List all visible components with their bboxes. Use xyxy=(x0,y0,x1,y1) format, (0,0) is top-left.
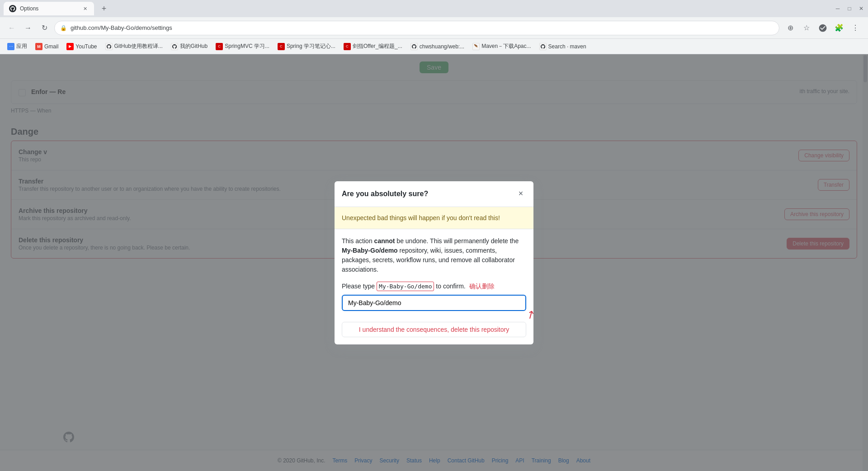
page-content: Save Enfor — Re ith traffic to your site… xyxy=(0,54,868,471)
page-inner: Save Enfor — Re ith traffic to your site… xyxy=(0,54,868,471)
close-button[interactable]: ✕ xyxy=(858,5,864,12)
address-text: github.com/My-Baby-Go/demo/settings xyxy=(71,24,172,31)
bookmark-github-use-label: GitHub使用教程译... xyxy=(114,42,163,50)
extension-icon[interactable]: 🧩 xyxy=(832,21,846,35)
tab-title: Options xyxy=(20,5,38,12)
repo-confirm-input[interactable] xyxy=(342,295,526,311)
bookmark-gh-icon-1 xyxy=(105,43,113,50)
confirm-annotation: 确认删除 xyxy=(469,283,495,290)
maximize-button[interactable]: □ xyxy=(846,5,853,12)
browser-titlebar: Options ✕ + ─ □ ✕ xyxy=(0,0,868,17)
bookmark-youtube-label: YouTube xyxy=(75,43,97,50)
bookmark-search-maven-label: Search · maven xyxy=(548,43,586,50)
modal-delete-label: I understand the consequences, delete th… xyxy=(359,326,509,333)
confirm-prompt: Please type xyxy=(342,283,377,290)
back-button[interactable]: ← xyxy=(5,22,18,34)
modal-repo-name: My-Baby-Go/demo xyxy=(342,247,398,254)
bookmark-chwshuang[interactable]: chwshuang/web:... xyxy=(407,41,468,52)
bookmark-maven[interactable]: 🪶 Maven－下载Apac... xyxy=(469,41,534,52)
bookmark-spring-note[interactable]: C Spring 学习笔记心... xyxy=(274,41,339,52)
bookmark-maven-label: Maven－下载Apac... xyxy=(481,42,531,50)
modal-warning-banner: Unexpected bad things will happen if you… xyxy=(335,207,533,229)
modal-close-button[interactable]: × xyxy=(515,188,526,199)
forward-button[interactable]: → xyxy=(22,22,34,34)
bookmarks-bar: ⋯ 应用 M Gmail ▶ YouTube GitHub使用教程译... 我的… xyxy=(0,39,868,54)
menu-icon[interactable]: ⋮ xyxy=(848,21,863,35)
modal-confirm-text: Please type My-Baby-Go/demo to confirm.确… xyxy=(342,282,526,291)
new-tab-button[interactable]: + xyxy=(98,2,110,15)
bookmark-apps[interactable]: ⋯ 应用 xyxy=(4,41,31,52)
modal-delete-confirm-button[interactable]: I understand the consequences, delete th… xyxy=(342,322,526,337)
bookmark-springmvc[interactable]: C SpringMVC 学习... xyxy=(212,41,273,52)
modal-warning-text: Unexpected bad things will happen if you… xyxy=(342,214,500,221)
browser-frame: Options ✕ + ─ □ ✕ ← → ↻ 🔒 github.com/My-… xyxy=(0,0,868,471)
modal-input-container: ↗ xyxy=(342,295,526,316)
translate-icon[interactable]: ⊕ xyxy=(783,21,797,35)
bookmark-gh-icon-3 xyxy=(410,43,418,50)
bookmark-my-github-label: 我的GitHub xyxy=(180,42,208,50)
security-lock-icon: 🔒 xyxy=(60,25,67,31)
reload-button[interactable]: ↻ xyxy=(38,22,51,34)
bookmark-gh-icon-4 xyxy=(539,43,547,50)
address-bar[interactable]: 🔒 github.com/My-Baby-Go/demo/settings xyxy=(54,21,779,35)
browser-tab[interactable]: Options ✕ xyxy=(4,2,94,15)
jianzhi-icon: C xyxy=(344,43,351,50)
bookmark-star-icon[interactable]: ☆ xyxy=(799,21,814,35)
modal-title: Are you absolutely sure? xyxy=(342,190,428,198)
modal-body: This action cannot be undone. This will … xyxy=(335,229,533,344)
tab-close-button[interactable]: ✕ xyxy=(81,5,89,12)
modal-overlay: Are you absolutely sure? × Unexpected ba… xyxy=(0,54,868,471)
apps-icon: ⋯ xyxy=(7,43,14,50)
youtube-icon: ▶ xyxy=(66,43,74,50)
bookmark-github-use[interactable]: GitHub使用教程译... xyxy=(102,41,166,52)
modal-description: This action cannot be undone. This will … xyxy=(342,236,526,274)
modal-dialog: Are you absolutely sure? × Unexpected ba… xyxy=(335,181,533,344)
bookmark-my-github[interactable]: 我的GitHub xyxy=(167,41,211,52)
bookmark-springmvc-label: SpringMVC 学习... xyxy=(225,42,269,50)
tab-favicon xyxy=(9,5,16,12)
bookmark-youtube[interactable]: ▶ YouTube xyxy=(63,41,100,52)
bookmark-gmail[interactable]: M Gmail xyxy=(32,41,62,52)
modal-header: Are you absolutely sure? × xyxy=(335,181,533,207)
bookmark-gmail-label: Gmail xyxy=(44,43,58,50)
modal-desc-cannot: cannot xyxy=(374,237,395,245)
bookmark-search-maven[interactable]: Search · maven xyxy=(536,41,590,52)
gmail-icon: M xyxy=(35,43,42,50)
bookmark-gh-icon-2 xyxy=(171,43,178,50)
bookmark-jianzhi-label: 剑指Offer_编程题_... xyxy=(353,42,402,50)
springmvc-icon: C xyxy=(216,43,223,50)
confirm-suffix: to confirm. xyxy=(434,283,465,290)
bookmark-jianzhi[interactable]: C 剑指Offer_编程题_... xyxy=(340,41,406,52)
modal-desc-part1: This action xyxy=(342,237,374,245)
bookmark-spring-note-label: Spring 学习笔记心... xyxy=(287,42,335,50)
confirm-repo-name: My-Baby-Go/demo xyxy=(377,282,434,291)
bookmark-chwshuang-label: chwshuang/web:... xyxy=(420,43,464,50)
window-controls: ─ □ ✕ xyxy=(835,5,864,12)
minimize-button[interactable]: ─ xyxy=(835,5,841,12)
maven-icon: 🪶 xyxy=(472,43,480,50)
browser-toolbar: ← → ↻ 🔒 github.com/My-Baby-Go/demo/setti… xyxy=(0,17,868,39)
toolbar-actions: ⊕ ☆ 🧩 ⋮ xyxy=(783,21,863,35)
profile-icon[interactable] xyxy=(816,21,830,35)
spring-note-icon: C xyxy=(278,43,285,50)
bookmark-apps-label: 应用 xyxy=(16,42,27,50)
modal-desc-part2: be undone. This will permanently delete … xyxy=(395,237,519,245)
